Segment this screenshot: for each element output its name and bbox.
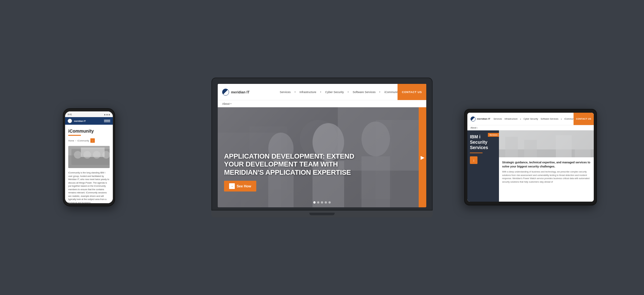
tablet-logo-icon bbox=[471, 116, 476, 122]
laptop-nav-row2: About ▾ bbox=[218, 100, 426, 107]
phone-navbar: meridian IT bbox=[65, 117, 113, 125]
hero-cta: → See How bbox=[224, 181, 407, 191]
phone-time: 9:41 bbox=[68, 113, 72, 116]
laptop-screen: meridian IT Services▾ Infrastructure▾ Cy… bbox=[218, 84, 426, 207]
tablet-logo-text: meridian IT bbox=[477, 117, 490, 120]
svg-rect-23 bbox=[575, 138, 591, 157]
laptop-frame: meridian IT Services▾ Infrastructure▾ Cy… bbox=[211, 78, 433, 210]
phone-logo-icon bbox=[68, 119, 72, 123]
tablet-sidebar: Services IBM i Security Services ↓ bbox=[467, 130, 499, 202]
nav-infrastructure[interactable]: Infrastructure bbox=[300, 91, 316, 94]
nav-cyber-security[interactable]: Cyber Security bbox=[325, 91, 344, 94]
tablet-main: Strategic guidance, technical expertise,… bbox=[499, 130, 594, 202]
phone-frame: 9:41 ▲▲▲ meridian IT iCommunity bbox=[63, 108, 115, 206]
phone-device: 9:41 ▲▲▲ meridian IT iCommunity bbox=[63, 108, 115, 206]
scene: meridian IT Services▾ Infrastructure▾ Cy… bbox=[38, 11, 606, 284]
tablet-nav-infra[interactable]: Infrastructure bbox=[505, 118, 518, 120]
tablet-strategic-title: Strategic guidance, technical expertise,… bbox=[502, 160, 591, 168]
phone-image-inner bbox=[68, 146, 110, 168]
tablet-screen: meridian IT Services Infrastructure▾ Cyb… bbox=[467, 113, 594, 202]
phone-page-title: iCommunity bbox=[68, 129, 110, 134]
nav-software-services[interactable]: Software Services bbox=[353, 91, 376, 94]
nav-about[interactable]: About bbox=[222, 102, 230, 105]
svg-rect-20 bbox=[505, 137, 518, 157]
laptop-device: meridian IT Services▾ Infrastructure▾ Cy… bbox=[211, 78, 433, 217]
phone-breadcrumb: Home › iCommunity ↓ bbox=[68, 138, 110, 143]
phone-status-bar: 9:41 ▲▲▲ bbox=[65, 111, 113, 117]
logo-icon bbox=[222, 89, 229, 96]
svg-rect-21 bbox=[524, 140, 537, 157]
phone-title-underline bbox=[68, 135, 81, 136]
contact-button[interactable]: CONTACT US bbox=[398, 84, 426, 100]
hero-next-arrow[interactable]: ▶ bbox=[419, 107, 426, 207]
tablet-nav-about[interactable]: About bbox=[471, 127, 476, 129]
tablet-device: meridian IT Services Infrastructure▾ Cyb… bbox=[464, 109, 597, 205]
dot-1[interactable] bbox=[313, 201, 316, 204]
dot-5[interactable] bbox=[329, 201, 331, 204]
tablet-nav-services[interactable]: Services bbox=[494, 118, 502, 120]
phone-body-text: iCommunity is the long standing IBM i us… bbox=[68, 171, 110, 203]
tablet-logo: meridian IT bbox=[471, 116, 490, 122]
hero-content: APPLICATION DEVELOPMENT: EXTEND YOUR DEV… bbox=[224, 152, 407, 191]
tablet-frame: meridian IT Services Infrastructure▾ Cyb… bbox=[464, 109, 597, 205]
tablet-body: Services IBM i Security Services ↓ bbox=[467, 130, 594, 202]
phone-signal: ▲▲▲ bbox=[104, 113, 110, 116]
tablet-title-underline bbox=[470, 153, 483, 153]
dot-3[interactable] bbox=[321, 201, 323, 204]
hero-title: APPLICATION DEVELOPMENT: EXTEND YOUR DEV… bbox=[224, 152, 407, 176]
logo-text: meridian IT bbox=[231, 90, 250, 94]
svg-rect-22 bbox=[556, 135, 572, 157]
tablet-services-badge: Services bbox=[488, 133, 499, 137]
tablet-nav-row2: About ▾ bbox=[467, 125, 594, 130]
tablet-nav-cyber[interactable]: Cyber Security bbox=[524, 118, 538, 120]
phone-content: iCommunity Home › iCommunity ↓ bbox=[65, 125, 113, 203]
tablet-navbar: meridian IT Services Infrastructure▾ Cyb… bbox=[467, 113, 594, 125]
phone-screen: 9:41 ▲▲▲ meridian IT iCommunity bbox=[65, 111, 113, 203]
breadcrumb-home[interactable]: Home bbox=[68, 140, 74, 142]
tablet-nav-sw[interactable]: Software Services bbox=[541, 118, 558, 120]
hero-slide-dots bbox=[313, 201, 331, 204]
phone-image bbox=[68, 146, 110, 168]
tablet-contact-button[interactable]: CONTACT US bbox=[574, 113, 594, 125]
breadcrumb-separator: › bbox=[76, 140, 76, 142]
svg-rect-17 bbox=[81, 148, 105, 157]
tablet-main-image bbox=[499, 130, 594, 157]
hamburger-menu[interactable] bbox=[104, 120, 110, 122]
tablet-arrow-button[interactable]: ↓ bbox=[470, 156, 477, 164]
laptop-navbar: meridian IT Services▾ Infrastructure▾ Cy… bbox=[218, 84, 426, 100]
dot-4[interactable] bbox=[325, 201, 327, 204]
phone-logo-text: meridian IT bbox=[74, 120, 86, 122]
dot-2[interactable] bbox=[317, 201, 319, 204]
breadcrumb-arrow[interactable]: ↓ bbox=[90, 138, 95, 143]
tablet-strategic-text: With a deep understanding of business an… bbox=[502, 170, 591, 184]
svg-point-13 bbox=[74, 151, 82, 159]
laptop-logo: meridian IT bbox=[222, 89, 250, 96]
see-how-button[interactable]: → See How bbox=[224, 181, 256, 191]
breadcrumb-section: iCommunity bbox=[77, 140, 89, 142]
laptop-base bbox=[211, 210, 433, 217]
laptop-hero: ▶ APPLICATION DEVELOPMENT: EXTEND YOUR D… bbox=[218, 107, 426, 207]
nav-services[interactable]: Services bbox=[280, 91, 291, 94]
tablet-main-text: Strategic guidance, technical expertise,… bbox=[499, 157, 594, 202]
laptop-notch bbox=[309, 213, 335, 215]
